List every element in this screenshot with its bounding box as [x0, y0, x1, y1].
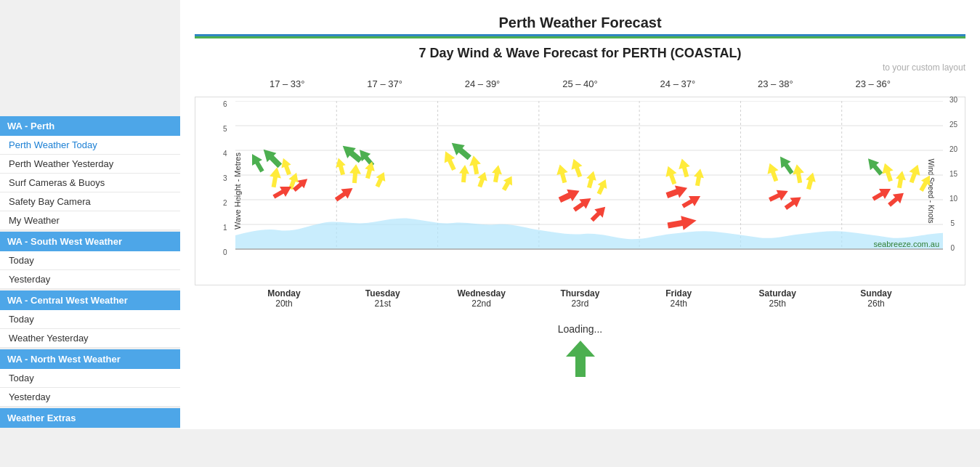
- day-label-6: Saturday 25th: [748, 288, 806, 309]
- sidebar-section-header-southwest[interactable]: WA - South West Weather: [0, 232, 180, 251]
- wind-arrow: [584, 170, 599, 190]
- seabreeze-watermark[interactable]: seabreeze.com.au: [874, 240, 940, 248]
- svg-marker-46: [667, 214, 698, 233]
- svg-marker-16: [268, 166, 283, 188]
- y-tick-left-1: 1: [223, 224, 227, 232]
- svg-marker-50: [803, 171, 818, 191]
- sidebar-section-perth: WA - Perth Perth Weather Today Perth Wea…: [0, 116, 180, 230]
- y-tick-right-15: 15: [949, 170, 957, 178]
- wind-arrow: [894, 170, 907, 189]
- svg-marker-38: [557, 185, 583, 206]
- temp-item-1: 17 – 33°: [251, 78, 323, 89]
- y-tick-right-0: 0: [950, 244, 955, 252]
- temp-item-5: 24 – 37°: [641, 78, 714, 89]
- wind-arrow: [499, 174, 516, 192]
- svg-marker-14: [259, 145, 284, 170]
- day-label-7: Sunday 26th: [847, 288, 905, 309]
- temp-item-2: 17 – 37°: [349, 78, 421, 89]
- wind-arrow: [468, 155, 482, 175]
- day-labels: Monday 20th Tuesday 21st Wednesday 22nd …: [195, 285, 965, 309]
- wind-arrow: [458, 164, 470, 182]
- day-label-5: Friday 24th: [649, 288, 708, 309]
- svg-marker-15: [278, 156, 293, 176]
- chart-svg: [235, 101, 943, 253]
- svg-marker-36: [584, 170, 599, 190]
- wind-arrow: [906, 163, 923, 184]
- svg-marker-47: [764, 161, 782, 183]
- day-label-4: Thursday 23rd: [551, 288, 609, 309]
- temp-row: 17 – 33° 17 – 37° 24 – 39° 25 – 40° 24 –…: [195, 76, 965, 89]
- green-divider: [195, 36, 965, 38]
- svg-marker-30: [458, 164, 470, 182]
- svg-marker-23: [349, 163, 362, 183]
- svg-marker-37: [594, 177, 610, 196]
- wind-arrow: [791, 163, 806, 184]
- sidebar-item-nw-yesterday[interactable]: Yesterday: [0, 388, 180, 407]
- svg-marker-29: [468, 155, 482, 175]
- sidebar-item-safety-bay[interactable]: Safety Bay Camera: [0, 192, 180, 211]
- wind-arrow: [554, 163, 570, 184]
- sidebar-item-nw-today[interactable]: Today: [0, 369, 180, 388]
- page-title: Perth Weather Forecast: [195, 0, 965, 36]
- sidebar-item-sw-today[interactable]: Today: [0, 251, 180, 270]
- temp-item-6: 23 – 38°: [739, 78, 811, 89]
- sidebar-item-perth-today[interactable]: Perth Weather Today: [0, 136, 180, 155]
- loading-text: Loading...: [195, 323, 965, 335]
- sidebar-section-header-perth[interactable]: WA - Perth: [0, 116, 180, 136]
- sidebar-item-perth-yesterday[interactable]: Perth Weather Yesterday: [0, 155, 180, 174]
- y-tick-right-30: 30: [949, 96, 957, 104]
- sidebar-item-my-weather[interactable]: My Weather: [0, 211, 180, 230]
- temp-item-4: 25 – 40°: [543, 78, 616, 89]
- wind-arrow-red: [767, 186, 790, 205]
- sidebar-section-northwest: WA - North West Weather Today Yesterday: [0, 349, 180, 407]
- wind-arrow: [333, 157, 348, 176]
- svg-marker-45: [680, 191, 703, 211]
- wind-arrow-red: [588, 203, 610, 224]
- wind-wave-chart: Wave Height - Metres Wind Speed - Knots …: [195, 97, 965, 285]
- wind-arrow: [803, 171, 818, 191]
- svg-marker-52: [782, 192, 804, 213]
- loading-section: Loading...: [195, 309, 965, 391]
- y-tick-left-6: 6: [223, 100, 227, 108]
- svg-marker-25: [373, 170, 389, 189]
- svg-marker-40: [588, 203, 610, 224]
- sidebar-item-sw-yesterday[interactable]: Yesterday: [0, 270, 180, 289]
- sidebar-section-header-extras[interactable]: Weather Extras: [0, 408, 180, 428]
- sidebar-item-surf-cameras[interactable]: Surf Cameras & Buoys: [0, 174, 180, 192]
- svg-marker-32: [490, 164, 503, 183]
- wind-arrow-red: [333, 183, 356, 204]
- wind-arrow-red: [870, 184, 894, 204]
- svg-marker-56: [906, 163, 923, 184]
- main-content: Perth Weather Forecast 7 Day Wind & Wave…: [180, 0, 980, 429]
- svg-marker-26: [333, 183, 356, 204]
- sidebar-item-cw-today[interactable]: Today: [0, 310, 180, 329]
- wind-arrow-red: [557, 185, 583, 206]
- svg-marker-44: [665, 182, 689, 201]
- svg-marker-53: [864, 155, 886, 178]
- svg-marker-33: [499, 174, 516, 192]
- wind-arrow: [692, 168, 705, 187]
- wind-arrow: [864, 155, 886, 178]
- svg-marker-57: [917, 173, 934, 193]
- sidebar: WA - Perth Perth Weather Today Perth Wea…: [0, 0, 180, 429]
- svg-marker-61: [566, 341, 595, 377]
- custom-layout-link[interactable]: to your custom layout: [195, 62, 965, 73]
- svg-marker-55: [894, 170, 907, 189]
- sidebar-section-header-northwest[interactable]: WA - North West Weather: [0, 349, 180, 369]
- temp-item-3: 24 – 39°: [446, 78, 519, 89]
- wind-arrow: [373, 170, 389, 189]
- day-label-2: Tuesday 21st: [354, 288, 412, 309]
- wind-arrow-red: [782, 192, 804, 213]
- svg-marker-34: [554, 163, 570, 184]
- sidebar-section-centralwest: WA - Central West Weather Today Weather …: [0, 291, 180, 348]
- svg-marker-49: [791, 163, 806, 184]
- wind-arrow: [917, 173, 934, 193]
- y-tick-left-5: 5: [223, 125, 227, 133]
- y-tick-right-5: 5: [950, 219, 955, 227]
- sidebar-section-header-centralwest[interactable]: WA - Central West Weather: [0, 291, 180, 310]
- sidebar-item-cw-yesterday[interactable]: Weather Yesterday: [0, 329, 180, 348]
- y-tick-right-10: 10: [949, 195, 957, 203]
- svg-marker-43: [692, 168, 705, 187]
- forecast-title: 7 Day Wind & Wave Forecast for PERTH (CO…: [195, 46, 965, 61]
- wind-arrow: [490, 164, 503, 183]
